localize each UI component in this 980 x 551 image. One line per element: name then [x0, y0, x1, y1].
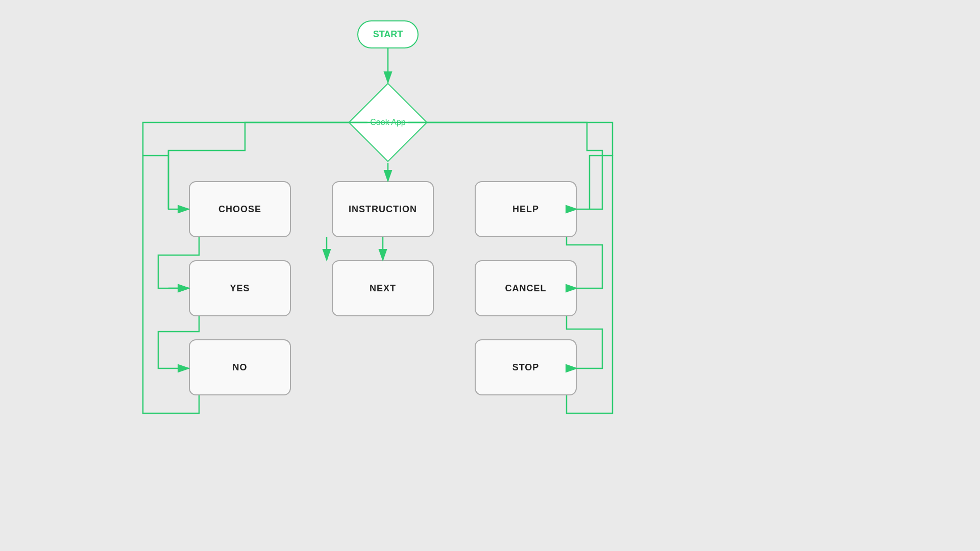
help-box: HELP — [475, 181, 577, 237]
cancel-box: CANCEL — [475, 260, 577, 316]
next-box: NEXT — [332, 260, 434, 316]
choose-box: CHOOSE — [189, 181, 291, 237]
stop-box: STOP — [475, 339, 577, 395]
diamond-node: Cook App — [347, 82, 429, 163]
yes-box: YES — [189, 260, 291, 316]
instruction-box: INSTRUCTION — [332, 181, 434, 237]
start-node: START — [357, 20, 419, 48]
no-box: NO — [189, 339, 291, 395]
